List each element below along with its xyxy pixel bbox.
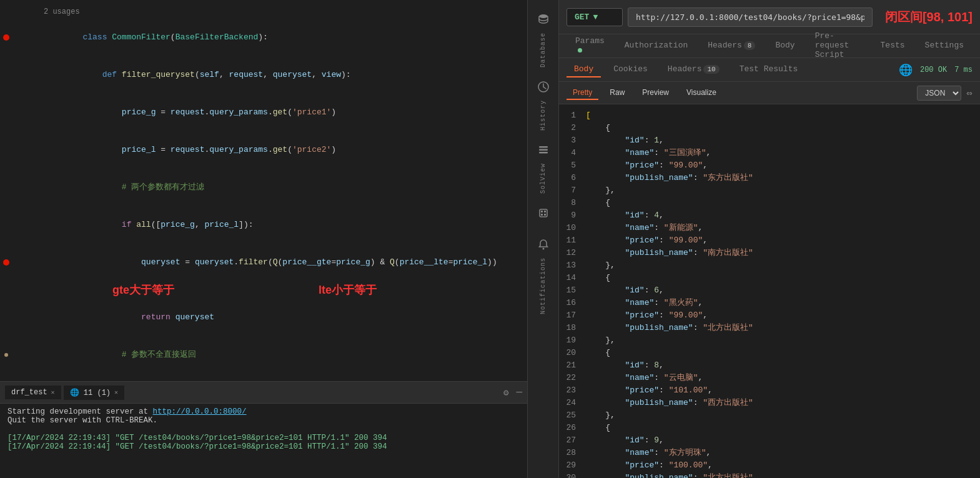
json-area[interactable]: 1 [ 2 { 3 "id": 1, 4 "name": "三国演绎", 5 "… bbox=[559, 104, 980, 478]
json-format-select[interactable]: JSON XML HTML Text bbox=[917, 86, 961, 101]
method-arrow: ▼ bbox=[593, 12, 598, 22]
json-c-12: "publish_name": "南方出版社" bbox=[586, 247, 975, 259]
solview-label: SolView bbox=[540, 163, 547, 194]
notifications-icon bbox=[532, 232, 555, 256]
json-ln-9: 9 bbox=[564, 209, 586, 222]
sidebar-item-notifications[interactable]: Notifications bbox=[528, 230, 558, 317]
svg-rect-5 bbox=[540, 209, 547, 217]
fn-q1: Q bbox=[273, 257, 278, 267]
svg-rect-2 bbox=[539, 146, 548, 148]
json-line-30: 30 "publish_name": "北方出版社" bbox=[559, 472, 980, 478]
rp2: ) bbox=[331, 145, 336, 154]
fn-get1: get bbox=[273, 107, 287, 117]
wrap-icon[interactable]: ⇔ bbox=[966, 87, 973, 99]
json-c-28: "name": "东方明珠", bbox=[586, 447, 975, 459]
json-line-18: 18 "publish_name": "北方出版社" bbox=[559, 322, 980, 334]
fmt-raw[interactable]: Raw bbox=[603, 86, 631, 100]
terminal-gear-icon[interactable]: ⚙ bbox=[503, 387, 508, 398]
json-line-19: 19 }, bbox=[559, 334, 980, 347]
tab-body[interactable]: Body bbox=[766, 37, 803, 55]
json-line-28: 28 "name": "东方明珠", bbox=[559, 447, 980, 459]
terminal-tab-drf[interactable]: drf_test ✕ bbox=[5, 386, 61, 399]
method-selector[interactable]: GET ▼ bbox=[567, 8, 623, 26]
resp-tab-test-results[interactable]: Test Results bbox=[732, 62, 806, 77]
code-line-2: def filter_queryset(self, request, query… bbox=[0, 56, 527, 94]
red-annotation: 闭区间[98, 101] bbox=[885, 9, 973, 26]
tab-authorization[interactable]: Authorization bbox=[616, 37, 696, 55]
code-line-4: price_l = request.query_params.get('pric… bbox=[0, 131, 527, 169]
json-ln-7: 7 bbox=[564, 184, 586, 197]
sidebar-item-solview[interactable]: SolView bbox=[528, 136, 558, 196]
json-ln-10: 10 bbox=[564, 222, 586, 234]
json-line-5: 5 "price": "99.00", bbox=[559, 159, 980, 172]
code-line-1: class CommonFilter(BaseFilterBackend): bbox=[0, 19, 527, 56]
terminal-tab-label-drf: drf_test bbox=[11, 388, 47, 397]
fmt-pretty[interactable]: Pretty bbox=[567, 86, 598, 100]
notifications-label: Notifications bbox=[540, 257, 547, 314]
resp-tab-body[interactable]: Body bbox=[567, 62, 601, 77]
paren2: ): bbox=[258, 32, 268, 42]
json-c-15: "id": 6, bbox=[586, 284, 975, 297]
dot-marker-9 bbox=[4, 353, 8, 357]
resp-tab-headers[interactable]: Headers10 bbox=[660, 62, 727, 77]
json-ln-29: 29 bbox=[564, 459, 586, 472]
var-pl3: price_l bbox=[453, 257, 487, 267]
fmt-preview[interactable]: Preview bbox=[636, 86, 675, 100]
line-content-1: class CommonFilter(BaseFilterBackend): bbox=[44, 19, 527, 56]
terminal-tab-11[interactable]: 🌐 11 (1) ✕ bbox=[64, 386, 124, 400]
var-request: request bbox=[171, 107, 205, 117]
sidebar-item-history[interactable]: History bbox=[528, 72, 558, 133]
database-label: Database bbox=[540, 32, 547, 67]
json-ln-13: 13 bbox=[564, 259, 586, 272]
json-c-19: }, bbox=[586, 334, 975, 347]
fn-paren: ( bbox=[195, 70, 200, 79]
sidebar-item-add[interactable] bbox=[528, 199, 558, 227]
json-ln-25: 25 bbox=[564, 409, 586, 422]
fmt-visualize[interactable]: Visualize bbox=[680, 86, 723, 100]
json-ln-21: 21 bbox=[564, 359, 586, 372]
attr-qp2: query_params bbox=[209, 145, 268, 154]
url-input[interactable] bbox=[628, 7, 873, 27]
response-area: Body Cookies Headers10 Test Results 🌐 20… bbox=[559, 58, 980, 478]
database-icon bbox=[532, 7, 555, 31]
indent-8 bbox=[82, 312, 141, 322]
sidebar-item-database[interactable]: Database bbox=[528, 5, 558, 70]
tab-headers[interactable]: Headers8 bbox=[699, 37, 764, 55]
history-icon bbox=[532, 75, 555, 99]
param-view: view bbox=[322, 70, 341, 79]
json-ln-5: 5 bbox=[564, 159, 586, 172]
tab-tests[interactable]: Tests bbox=[872, 37, 914, 55]
rp4: ) & bbox=[370, 257, 390, 267]
terminal-tab-close-11[interactable]: ✕ bbox=[114, 389, 118, 396]
json-c-7: }, bbox=[586, 184, 975, 197]
terminal-minimize-icon[interactable]: — bbox=[516, 387, 522, 398]
terminal-link-server[interactable]: http://0.0.0.0:8000/ bbox=[153, 407, 247, 416]
dot5: . bbox=[234, 257, 239, 267]
str-price2: 'price2' bbox=[292, 145, 331, 154]
resp-tab-testresults-label: Test Results bbox=[740, 64, 798, 74]
json-ln-11: 11 bbox=[564, 234, 586, 247]
line-gutter-7 bbox=[0, 259, 12, 266]
terminal-tab-close-drf[interactable]: ✕ bbox=[51, 389, 55, 396]
json-line-21: 21 "id": 8, bbox=[559, 359, 980, 372]
breakpoint-1 bbox=[3, 34, 9, 41]
tab-settings[interactable]: Settings bbox=[916, 37, 973, 55]
indent-3 bbox=[82, 107, 121, 117]
lp4: ( bbox=[268, 257, 273, 267]
terminal-tab-label-11: 🌐 11 (1) bbox=[70, 388, 111, 397]
resp-tab-headers-label: Headers bbox=[668, 64, 702, 74]
svg-point-0 bbox=[539, 14, 548, 18]
json-line-16: 16 "name": "黑火药", bbox=[559, 297, 980, 309]
annotation-lte: lte小于等于 bbox=[319, 284, 377, 296]
resp-tab-cookies[interactable]: Cookies bbox=[606, 62, 655, 77]
json-c-21: "id": 8, bbox=[586, 359, 975, 372]
json-ln-24: 24 bbox=[564, 397, 586, 409]
rp1: ) bbox=[331, 107, 336, 117]
json-ln-6: 6 bbox=[564, 172, 586, 184]
indent-2 bbox=[82, 70, 102, 79]
line-gutter-1 bbox=[0, 34, 12, 41]
history-label: History bbox=[540, 100, 547, 131]
tab-params[interactable]: Params bbox=[567, 32, 613, 60]
json-c-5: "price": "99.00", bbox=[586, 159, 975, 172]
json-c-27: "id": 9, bbox=[586, 434, 975, 447]
